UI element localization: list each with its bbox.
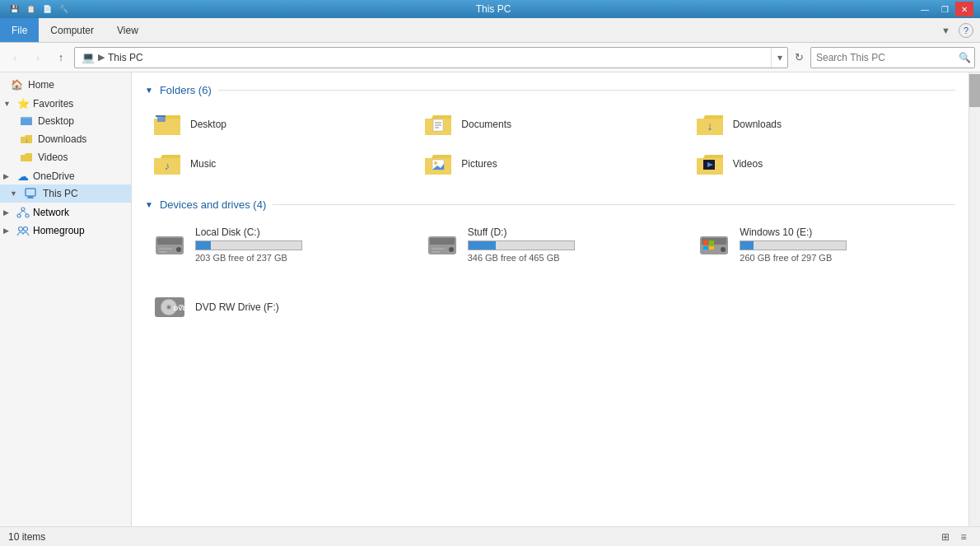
dvd-info: DVD RW Drive (F:) <box>195 301 279 313</box>
svg-point-13 <box>19 227 23 231</box>
menu-computer[interactable]: Computer <box>39 18 105 42</box>
onedrive-label: OneDrive <box>33 170 75 182</box>
devices-section-title: Devices and drives (4) <box>160 198 266 211</box>
this-pc-expand-icon: ▼ <box>10 189 20 198</box>
menu-view[interactable]: View <box>105 18 150 42</box>
folder-item-music[interactable]: ♪ Music <box>145 146 413 182</box>
scrollbar-thumb[interactable] <box>969 74 980 107</box>
sidebar-section-network[interactable]: ▶ Network <box>0 203 131 221</box>
network-icon <box>16 206 30 219</box>
status-bar: 10 items ⊞ ≡ <box>0 526 980 546</box>
local-disk-icon <box>154 230 187 259</box>
svg-rect-43 <box>159 248 172 250</box>
home-icon: 🏠 <box>10 78 23 91</box>
folder-item-desktop[interactable]: Desktop <box>145 106 413 142</box>
homegroup-expand-icon: ▶ <box>3 226 13 235</box>
drive-e-space: 260 GB free of 297 GB <box>740 253 847 263</box>
svg-text:↓: ↓ <box>707 119 712 133</box>
address-input-wrap: 💻 ▶ This PC ▾ <box>74 47 788 68</box>
restore-button[interactable]: ❐ <box>936 2 954 16</box>
documents-folder-icon <box>425 112 455 137</box>
windows-drive-icon <box>698 230 731 259</box>
pictures-folder-icon <box>425 152 455 176</box>
window-title: This PC <box>71 3 916 15</box>
main-layout: 🏠 Home ▼ ⭐ Favorites Desktop ↓ Downloads… <box>0 72 980 526</box>
drive-d-name: Stuff (D:) <box>468 226 575 238</box>
sidebar-home-label: Home <box>28 79 54 91</box>
drive-e-info: Windows 10 (E:) 260 GB free of 297 GB <box>740 226 847 263</box>
sidebar-section-homegroup[interactable]: ▶ Homegroup <box>0 221 131 239</box>
dvd-drive-item[interactable]: DVD DVD RW Drive (F:) <box>145 285 413 329</box>
back-button[interactable]: ‹ <box>5 48 25 68</box>
quick-copy-btn[interactable]: 📋 <box>23 2 38 16</box>
svg-rect-41 <box>157 238 182 245</box>
close-button[interactable]: ✕ <box>955 2 973 16</box>
videos-folder-icon <box>697 152 726 176</box>
drive-d-bar <box>469 241 496 250</box>
network-label: Network <box>33 207 69 218</box>
svg-rect-44 <box>159 251 167 253</box>
forward-button[interactable]: › <box>28 48 48 68</box>
svg-rect-53 <box>709 240 714 245</box>
svg-rect-52 <box>703 240 708 245</box>
address-dropdown-button[interactable]: ▾ <box>771 48 787 68</box>
drive-item-c[interactable]: Local Disk (C:) 203 GB free of 237 GB <box>145 221 411 268</box>
svg-rect-63 <box>179 305 184 306</box>
drive-d-bar-wrap <box>468 240 575 250</box>
folder-item-documents[interactable]: Documents <box>416 106 684 142</box>
svg-point-47 <box>449 247 454 252</box>
quick-props-btn[interactable]: 🔧 <box>56 2 71 16</box>
folder-item-videos[interactable]: Videos <box>688 146 955 182</box>
sidebar-item-desktop[interactable]: Desktop <box>0 112 131 130</box>
folder-item-pictures[interactable]: Pictures <box>416 146 684 182</box>
stuff-disk-icon <box>427 230 460 259</box>
sidebar-item-videos[interactable]: Videos <box>0 148 131 166</box>
folders-collapse-arrow[interactable]: ▼ <box>145 86 153 95</box>
menu-expand-arrow[interactable]: ▼ <box>936 24 955 37</box>
up-button[interactable]: ↑ <box>51 48 71 68</box>
onedrive-expand-icon: ▶ <box>3 172 13 180</box>
title-bar: 💾 📋 📄 🔧 This PC — ❐ ✕ <box>0 0 980 18</box>
search-button[interactable]: 🔍 <box>954 52 974 63</box>
large-icons-view-button[interactable]: ⊞ <box>937 529 954 545</box>
search-wrap: 🔍 <box>810 47 975 68</box>
details-view-button[interactable]: ≡ <box>955 529 972 545</box>
desktop-folder-icon <box>20 114 33 128</box>
drive-item-d[interactable]: Stuff (D:) 346 GB free of 465 GB <box>418 221 684 268</box>
onedrive-icon: ☁ <box>16 170 30 183</box>
pictures-folder-label: Pictures <box>461 158 497 170</box>
drive-c-name: Local Disk (C:) <box>195 226 302 238</box>
sidebar-item-downloads[interactable]: ↓ Downloads <box>0 130 131 148</box>
svg-point-8 <box>21 208 25 211</box>
minimize-button[interactable]: — <box>916 2 934 16</box>
svg-rect-6 <box>28 196 33 198</box>
sidebar-item-this-pc[interactable]: ▼ This PC <box>0 184 131 203</box>
scrollbar-right[interactable] <box>968 72 980 526</box>
help-button[interactable]: ? <box>959 23 973 38</box>
devices-collapse-arrow[interactable]: ▼ <box>145 200 153 209</box>
drive-c-info: Local Disk (C:) 203 GB free of 237 GB <box>195 226 302 263</box>
quick-paste-btn[interactable]: 📄 <box>40 2 54 16</box>
homegroup-icon <box>16 224 30 237</box>
menu-file[interactable]: File <box>0 18 39 42</box>
sidebar-item-home[interactable]: 🏠 Home <box>0 76 131 94</box>
svg-rect-1 <box>21 119 32 125</box>
svg-rect-18 <box>156 115 166 117</box>
item-count: 10 items <box>8 531 45 543</box>
folder-item-downloads[interactable]: ↓ Downloads <box>688 106 955 142</box>
quick-save-btn[interactable]: 💾 <box>7 2 21 16</box>
sidebar-section-favorites[interactable]: ▼ ⭐ Favorites <box>0 94 131 112</box>
address-folder-icon: 💻 <box>82 51 95 63</box>
svg-text:↓: ↓ <box>25 137 28 144</box>
drive-item-e[interactable]: Windows 10 (E:) 260 GB free of 297 GB <box>689 221 955 268</box>
sidebar-section-onedrive[interactable]: ▶ ☁ OneDrive <box>0 166 131 184</box>
sidebar: 🏠 Home ▼ ⭐ Favorites Desktop ↓ Downloads… <box>0 72 132 526</box>
downloads-folder-icon-main: ↓ <box>697 112 726 137</box>
address-path[interactable]: 💻 ▶ This PC <box>75 51 771 63</box>
devices-section-header: ▼ Devices and drives (4) <box>145 198 955 211</box>
dvd-name: DVD RW Drive (F:) <box>195 301 279 313</box>
refresh-button[interactable]: ↻ <box>791 51 807 63</box>
favorites-label: Favorites <box>33 98 73 110</box>
drive-c-bar-wrap <box>195 240 302 250</box>
search-input[interactable] <box>811 52 954 63</box>
